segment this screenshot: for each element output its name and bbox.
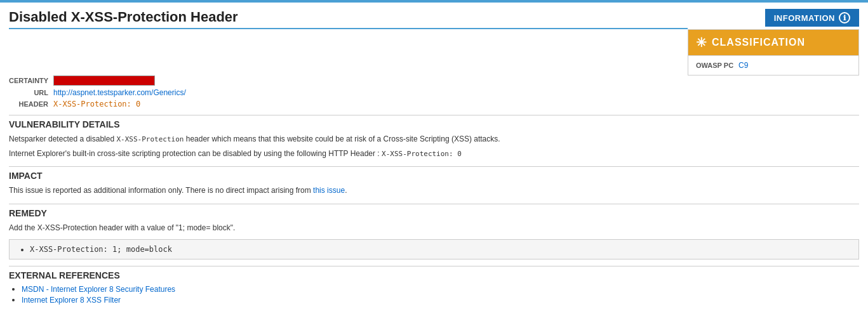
impact-title: IMPACT <box>9 171 859 181</box>
divider-3 <box>9 204 859 204</box>
url-row: URL http://aspnet.testsparker.com/Generi… <box>9 88 859 97</box>
ext-ref-link-0[interactable]: MSDN - Internet Explorer 8 Security Feat… <box>22 285 175 294</box>
remedy-code-block: X-XSS-Protection: 1; mode=block <box>9 239 859 259</box>
vulnerability-details-title: VULNERABILITY DETAILS <box>9 119 859 129</box>
information-button-label: INFORMATION <box>774 13 835 23</box>
page-title: Disabled X-XSS-Protection Header <box>9 9 688 29</box>
info-icon: ℹ <box>839 12 850 23</box>
remedy-title: REMEDY <box>9 208 859 218</box>
information-button[interactable]: INFORMATION ℹ <box>765 9 859 27</box>
classification-header: ✳ CLASSIFICATION <box>688 29 859 56</box>
divider-1 <box>9 115 859 115</box>
header-value: X-XSS-Protection: 0 <box>53 100 140 108</box>
divider-2 <box>9 166 859 167</box>
owasp-label: OWASP PC <box>696 62 733 69</box>
vulnerability-details-line2: Internet Explorer's built-in cross-site … <box>9 148 859 160</box>
certainty-label: CERTAINTY <box>9 77 53 84</box>
classification-body: OWASP PC C9 <box>688 56 859 76</box>
url-link[interactable]: http://aspnet.testsparker.com/Generics/ <box>53 88 186 97</box>
remedy-code-item: X-XSS-Protection: 1; mode=block <box>30 245 172 254</box>
vulnerability-details-line1: Netsparker detected a disabled X-XSS-Pro… <box>9 133 859 145</box>
header-label: HEADER <box>9 100 53 108</box>
header-row: HEADER X-XSS-Protection: 0 <box>9 100 859 108</box>
url-label: URL <box>9 89 53 96</box>
classification-star-icon: ✳ <box>696 35 707 50</box>
certainty-bar <box>53 76 155 86</box>
classification-title: CLASSIFICATION <box>712 37 805 48</box>
remedy-content: Add the X-XSS-Protection header with a v… <box>9 222 859 234</box>
external-references-title: EXTERNAL REFERENCES <box>9 270 859 280</box>
certainty-row: CERTAINTY <box>9 76 859 86</box>
ext-ref-link-1[interactable]: Internet Explorer 8 XSS Filter <box>22 296 121 305</box>
divider-4 <box>9 266 859 266</box>
owasp-link[interactable]: C9 <box>738 61 748 70</box>
impact-content: This issue is reported as additional inf… <box>9 185 859 197</box>
external-references-list: MSDN - Internet Explorer 8 Security Feat… <box>9 284 859 305</box>
main-content: Disabled X-XSS-Protection Header INFORMA… <box>9 9 859 329</box>
